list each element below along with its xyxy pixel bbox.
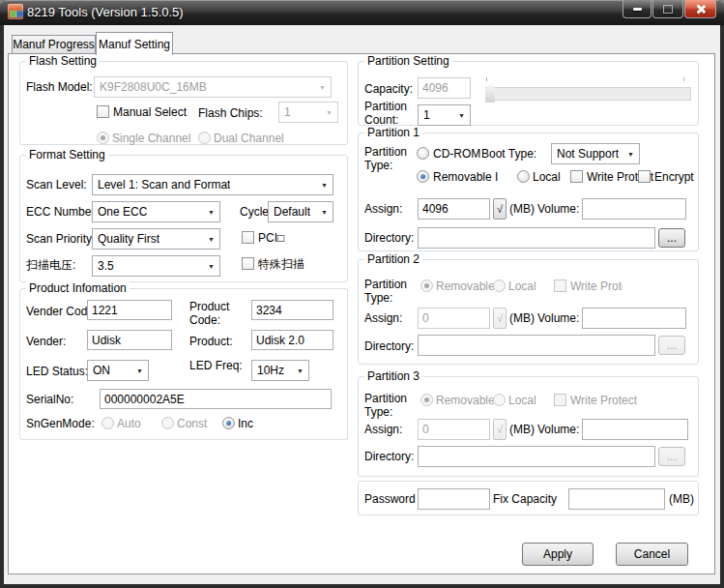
partition3-removable-radio[interactable] [420, 394, 433, 406]
chevron-down-icon: ▼ [326, 109, 333, 116]
partition1-write-protect-checkbox[interactable] [570, 170, 583, 183]
scan-level-select[interactable]: Level 1: Scan and Format ▼ [92, 174, 333, 195]
sngen-auto-label[interactable]: Auto [117, 417, 141, 430]
product-code-field[interactable]: 3234 [251, 300, 333, 320]
partition1-directory-field[interactable] [418, 227, 655, 249]
cycle-select[interactable]: Default ▼ [268, 201, 333, 222]
partition2-local-label[interactable]: Local [508, 279, 536, 293]
single-channel-radio[interactable] [97, 132, 109, 144]
partition-count-select[interactable]: 1 ▼ [418, 104, 471, 126]
app-window: 8219 Tools (Version 1.5.0.5) Manuf Progr… [0, 0, 724, 588]
partition1-encrypt-checkbox[interactable] [638, 170, 651, 183]
partition1-cdrom-radio[interactable] [417, 147, 429, 160]
close-button[interactable] [684, 0, 716, 18]
password-field[interactable] [418, 488, 490, 510]
partition2-check-button[interactable]: √ [493, 308, 507, 329]
partition2-write-protect-checkbox[interactable] [554, 279, 566, 292]
single-channel-label[interactable]: Single Channel [112, 132, 190, 145]
partition2-assign-label: Assign: [364, 311, 402, 325]
partition1-volume-field[interactable] [582, 198, 686, 220]
partition3-write-protect-checkbox[interactable] [554, 394, 566, 406]
partition2-local-radio[interactable] [493, 279, 506, 292]
partition2-removable-label[interactable]: Removable [436, 279, 495, 293]
chevron-down-icon: ▼ [319, 84, 326, 91]
partition1-assign-field[interactable]: 4096 [418, 198, 490, 220]
partition3-browse-button[interactable]: ... [658, 447, 685, 466]
led-status-select[interactable]: ON ▼ [87, 360, 149, 381]
pci-checkbox[interactable] [242, 231, 254, 244]
partition2-write-protect-label[interactable]: Write Protect [570, 279, 623, 293]
window-titlebar[interactable]: 8219 Tools (Version 1.5.0.5) [0, 0, 724, 25]
dual-channel-label[interactable]: Dual Channel [214, 132, 284, 145]
ecc-number-select[interactable]: One ECC ▼ [92, 201, 220, 222]
partition2-assign-field[interactable]: 0 [418, 308, 490, 329]
flash-model-select[interactable]: K9F2808U0C_16MB ▼ [94, 76, 332, 98]
sngen-inc-label[interactable]: Inc [238, 417, 253, 430]
partition3-directory-field[interactable] [418, 446, 655, 467]
partition3-local-label[interactable]: Local [508, 394, 536, 407]
group-title: Partition 3 [364, 369, 422, 383]
chevron-down-icon: ▼ [627, 151, 634, 158]
serial-no-field[interactable]: 000000002A5E [100, 389, 332, 409]
partition2-type-label-line1: Partition [364, 278, 407, 291]
pci-label[interactable]: PCI□ [258, 231, 284, 245]
partition1-cdrom-label[interactable]: CD-ROM [433, 147, 480, 161]
partition1-encrypt-label[interactable]: Encrypt [654, 170, 694, 184]
capacity-slider-track[interactable] [485, 87, 691, 101]
dual-channel-radio[interactable] [198, 132, 211, 144]
partition3-directory-label: Directory: [364, 450, 414, 463]
partition1-browse-button[interactable]: ... [658, 228, 685, 248]
led-status-label: LED Status: [26, 365, 88, 378]
partition2-removable-radio[interactable] [420, 279, 433, 292]
special-scan-checkbox[interactable] [242, 257, 254, 270]
partition1-local-radio[interactable] [517, 170, 530, 183]
cancel-button[interactable]: Cancel [616, 543, 688, 566]
apply-button[interactable]: Apply [522, 543, 594, 566]
manual-select-checkbox[interactable] [97, 105, 109, 118]
partition1-removable-radio[interactable] [417, 170, 429, 183]
partition2-browse-button[interactable]: ... [658, 336, 685, 355]
partition1-local-label[interactable]: Local [533, 170, 561, 184]
partition3-local-radio[interactable] [493, 394, 506, 406]
partition3-volume-field[interactable] [582, 419, 688, 440]
vender-code-field[interactable]: 1221 [87, 300, 172, 320]
tab-manuf-setting[interactable]: Manuf Setting [96, 32, 173, 55]
partition1-mb-label: (MB) [509, 202, 535, 216]
partition3-mb-label: (MB) [509, 423, 535, 436]
led-freq-select[interactable]: 10Hz ▼ [251, 360, 309, 381]
product-field[interactable]: Udisk 2.0 [251, 330, 333, 350]
sngen-const-radio[interactable] [161, 417, 174, 429]
sngen-auto-radio[interactable] [101, 417, 114, 429]
sngen-inc-radio[interactable] [222, 417, 235, 429]
tab-manuf-progress[interactable]: Manuf Progress [12, 35, 96, 53]
sngen-const-label[interactable]: Const [177, 417, 207, 430]
partition3-assign-field[interactable]: 0 [418, 419, 490, 440]
scan-voltage-label: 扫描电压: [26, 258, 75, 272]
partition1-removable-label[interactable]: Removable I [433, 170, 498, 184]
ecc-number-label: ECC Number: [26, 205, 99, 219]
scan-voltage-select[interactable]: 3.5 ▼ [92, 255, 220, 277]
maximize-icon [663, 5, 673, 14]
product-code-label-line1: Product [189, 300, 229, 313]
partition3-removable-label[interactable]: Removable [436, 394, 495, 407]
maximize-button[interactable] [652, 0, 683, 18]
vender-label: Vender: [26, 335, 66, 348]
scan-priority-select[interactable]: Quality First ▼ [92, 228, 220, 250]
partition1-boot-type-select[interactable]: Not Support ▼ [551, 143, 640, 164]
flash-chips-select[interactable]: 1 ▼ [278, 102, 338, 123]
vender-field[interactable]: Udisk [87, 330, 172, 350]
capacity-field[interactable]: 4096 [418, 77, 471, 99]
partition3-write-protect-label[interactable]: Write Protect [570, 394, 637, 407]
group-title: Flash Setting [26, 54, 100, 68]
minimize-button[interactable] [623, 0, 652, 18]
partition2-volume-field[interactable] [582, 308, 686, 329]
manual-select-label[interactable]: Manual Select [113, 105, 187, 119]
partition2-directory-field[interactable] [418, 335, 655, 356]
fix-capacity-field[interactable] [568, 488, 665, 510]
partition3-check-button[interactable]: √ [493, 419, 507, 440]
scan-level-label: Scan Level: [26, 178, 87, 191]
special-scan-label[interactable]: 特殊扫描 [258, 257, 304, 271]
minimize-icon [633, 8, 642, 11]
partition3-type-label-line1: Partition [364, 392, 407, 405]
partition1-check-button[interactable]: √ [493, 198, 507, 220]
